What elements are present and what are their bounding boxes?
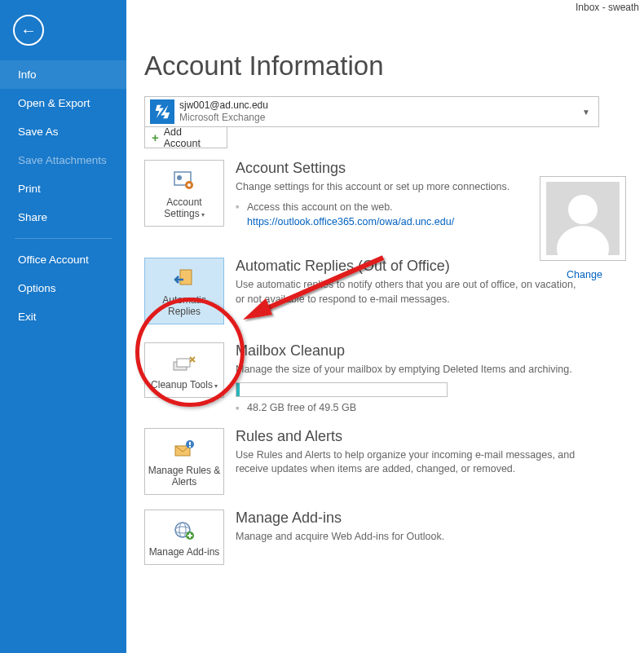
section-desc: Change settings for this account or set … xyxy=(236,180,509,195)
bullet-text: Access this account on the web. xyxy=(247,201,393,213)
sidebar-item-save-attachments: Save Attachments xyxy=(0,146,126,174)
main-pane: Account Information sjw001@ad.unc.edu Mi… xyxy=(126,0,644,565)
section-title: Manage Add-ins xyxy=(236,510,444,527)
section-title: Automatic Replies (Out of Office) xyxy=(236,258,578,275)
sidebar-item-print[interactable]: Print xyxy=(0,174,126,203)
rules-alerts-icon xyxy=(147,437,222,461)
storage-progress xyxy=(236,382,448,397)
tile-label: Manage Add-ins xyxy=(149,546,220,558)
account-selector[interactable]: sjw001@ad.unc.edu Microsoft Exchange ▼ xyxy=(144,96,599,127)
automatic-replies-icon xyxy=(147,267,222,291)
exchange-icon xyxy=(150,99,174,124)
sidebar-item-exit[interactable]: Exit xyxy=(0,302,126,331)
tile-label: Automatic Replies xyxy=(162,294,205,317)
cleanup-tools-tile[interactable]: Cleanup Tools▾ xyxy=(144,342,224,398)
section-title: Rules and Alerts xyxy=(236,428,594,445)
owa-link[interactable]: https://outlook.office365.com/owa/ad.unc… xyxy=(247,216,454,227)
chevron-down-icon: ▼ xyxy=(582,108,590,117)
chevron-down-icon: ▾ xyxy=(214,382,218,390)
back-arrow-icon: ← xyxy=(20,22,37,38)
section-desc: Manage and acquire Web Add-ins for Outlo… xyxy=(236,530,444,545)
avatar-frame xyxy=(540,176,626,261)
sidebar-item-share[interactable]: Share xyxy=(0,203,126,232)
storage-text: 48.2 GB free of 49.5 GB xyxy=(236,402,572,413)
add-account-button[interactable]: + Add Account xyxy=(144,127,227,148)
svg-point-16 xyxy=(557,226,609,255)
avatar-placeholder-icon xyxy=(546,182,620,255)
plus-icon: + xyxy=(152,130,159,144)
section-desc: Use Rules and Alerts to help organize yo… xyxy=(236,448,594,477)
automatic-replies-tile[interactable]: Automatic Replies xyxy=(144,258,224,324)
account-settings-icon xyxy=(147,169,222,193)
account-settings-tile[interactable]: Account Settings▾ xyxy=(144,160,224,227)
sidebar-item-office-account[interactable]: Office Account xyxy=(0,245,126,274)
account-type: Microsoft Exchange xyxy=(179,112,268,124)
tile-label: Account Settings xyxy=(164,196,201,219)
page-title: Account Information xyxy=(144,51,629,82)
backstage-sidebar: ← Info Open & Export Save As Save Attach… xyxy=(0,0,126,653)
manage-rules-tile[interactable]: Manage Rules & Alerts xyxy=(144,428,224,495)
account-info: sjw001@ad.unc.edu Microsoft Exchange xyxy=(179,99,268,124)
addins-icon xyxy=(147,518,222,543)
change-avatar-link[interactable]: Change xyxy=(540,269,629,280)
section-title: Mailbox Cleanup xyxy=(236,342,572,360)
svg-point-1 xyxy=(177,175,182,180)
cleanup-tools-icon xyxy=(147,351,222,376)
svg-point-15 xyxy=(568,195,598,224)
add-account-label: Add Account xyxy=(164,126,220,149)
svg-rect-10 xyxy=(189,446,191,448)
chevron-down-icon: ▾ xyxy=(201,211,205,218)
section-title: Account Settings xyxy=(236,160,509,177)
sidebar-item-open-export[interactable]: Open & Export xyxy=(0,89,126,117)
sidebar-separator xyxy=(15,238,112,239)
tile-label: Manage Rules & Alerts xyxy=(148,465,221,488)
sidebar-item-save-as[interactable]: Save As xyxy=(0,117,126,146)
svg-rect-4 xyxy=(180,270,192,285)
svg-rect-9 xyxy=(189,442,191,445)
svg-point-3 xyxy=(187,183,191,187)
account-email: sjw001@ad.unc.edu xyxy=(179,99,268,112)
section-desc: Use automatic replies to notify others t… xyxy=(236,278,578,307)
sidebar-item-options[interactable]: Options xyxy=(0,274,126,302)
section-desc: Manage the size of your mailbox by empty… xyxy=(236,363,572,377)
sidebar-item-info[interactable]: Info xyxy=(0,60,126,89)
svg-rect-6 xyxy=(177,359,190,367)
account-avatar: Change xyxy=(540,176,629,280)
back-button[interactable]: ← xyxy=(13,15,44,46)
tile-label: Cleanup Tools xyxy=(151,379,213,390)
svg-point-13 xyxy=(179,523,186,537)
manage-addins-tile[interactable]: Manage Add-ins xyxy=(144,510,224,565)
